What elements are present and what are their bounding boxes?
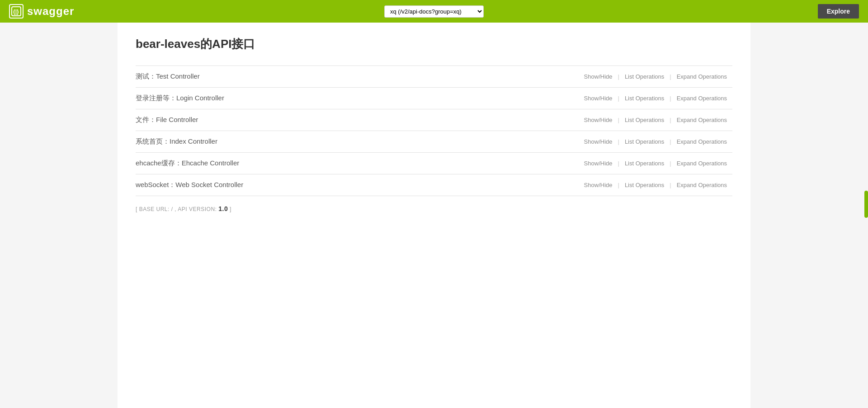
- base-url-info: [ BASE URL: / , API VERSION: 1.0 ]: [136, 205, 732, 212]
- list-operations-test-controller[interactable]: List Operations: [619, 73, 670, 80]
- api-list: 测试：Test Controller Show/Hide | List Oper…: [136, 66, 732, 196]
- api-row-ehcache-controller: ehcache缓存：Ehcache Controller Show/Hide |…: [136, 153, 732, 174]
- api-name-test-controller: 测试：Test Controller: [136, 72, 200, 81]
- api-name-index-controller: 系统首页：Index Controller: [136, 137, 217, 146]
- page-title: bear-leaves的API接口: [136, 36, 732, 52]
- show-hide-websocket-controller[interactable]: Show/Hide: [579, 182, 618, 188]
- api-row-login-controller: 登录注册等：Login Controller Show/Hide | List …: [136, 88, 732, 109]
- show-hide-login-controller[interactable]: Show/Hide: [579, 95, 618, 102]
- list-operations-ehcache-controller[interactable]: List Operations: [619, 160, 670, 167]
- list-operations-login-controller[interactable]: List Operations: [619, 95, 670, 102]
- api-docs-select[interactable]: xq (/v2/api-docs?group=xq): [384, 5, 484, 18]
- main-content: bear-leaves的API接口 测试：Test Controller Sho…: [118, 23, 750, 408]
- logo: {|} swagger: [9, 4, 74, 19]
- expand-operations-file-controller[interactable]: Expand Operations: [671, 117, 732, 123]
- api-row-test-controller: 测试：Test Controller Show/Hide | List Oper…: [136, 66, 732, 88]
- svg-text:{|}: {|}: [13, 9, 19, 15]
- explore-button[interactable]: Explore: [818, 4, 859, 19]
- expand-operations-test-controller[interactable]: Expand Operations: [671, 73, 732, 80]
- api-actions-test-controller: Show/Hide | List Operations | Expand Ope…: [579, 73, 732, 80]
- api-version: 1.0: [218, 205, 228, 212]
- api-actions-ehcache-controller: Show/Hide | List Operations | Expand Ope…: [579, 160, 732, 167]
- list-operations-file-controller[interactable]: List Operations: [619, 117, 670, 123]
- api-row-websocket-controller: webSocket：Web Socket Controller Show/Hid…: [136, 174, 732, 196]
- api-name-login-controller: 登录注册等：Login Controller: [136, 94, 224, 103]
- api-row-file-controller: 文件：File Controller Show/Hide | List Oper…: [136, 109, 732, 131]
- api-row-index-controller: 系统首页：Index Controller Show/Hide | List O…: [136, 131, 732, 153]
- base-url-label: [ BASE URL: / , API VERSION: 1.0 ]: [136, 206, 231, 212]
- api-name-ehcache-controller: ehcache缓存：Ehcache Controller: [136, 159, 239, 168]
- header: {|} swagger xq (/v2/api-docs?group=xq) E…: [0, 0, 868, 23]
- expand-operations-websocket-controller[interactable]: Expand Operations: [671, 182, 732, 188]
- list-operations-index-controller[interactable]: List Operations: [619, 138, 670, 145]
- expand-operations-login-controller[interactable]: Expand Operations: [671, 95, 732, 102]
- api-selector-container: xq (/v2/api-docs?group=xq): [384, 5, 484, 18]
- expand-operations-ehcache-controller[interactable]: Expand Operations: [671, 160, 732, 167]
- show-hide-test-controller[interactable]: Show/Hide: [579, 73, 618, 80]
- api-actions-file-controller: Show/Hide | List Operations | Expand Ope…: [579, 117, 732, 123]
- swagger-logo-text: swagger: [27, 5, 74, 18]
- api-name-websocket-controller: webSocket：Web Socket Controller: [136, 181, 243, 189]
- scrollbar-indicator: [864, 191, 868, 218]
- expand-operations-index-controller[interactable]: Expand Operations: [671, 138, 732, 145]
- list-operations-websocket-controller[interactable]: List Operations: [619, 182, 670, 188]
- api-name-file-controller: 文件：File Controller: [136, 116, 198, 124]
- show-hide-ehcache-controller[interactable]: Show/Hide: [579, 160, 618, 167]
- api-actions-websocket-controller: Show/Hide | List Operations | Expand Ope…: [579, 182, 732, 188]
- api-actions-index-controller: Show/Hide | List Operations | Expand Ope…: [579, 138, 732, 145]
- show-hide-index-controller[interactable]: Show/Hide: [579, 138, 618, 145]
- swagger-logo-icon: {|}: [9, 4, 24, 19]
- api-actions-login-controller: Show/Hide | List Operations | Expand Ope…: [579, 95, 732, 102]
- show-hide-file-controller[interactable]: Show/Hide: [579, 117, 618, 123]
